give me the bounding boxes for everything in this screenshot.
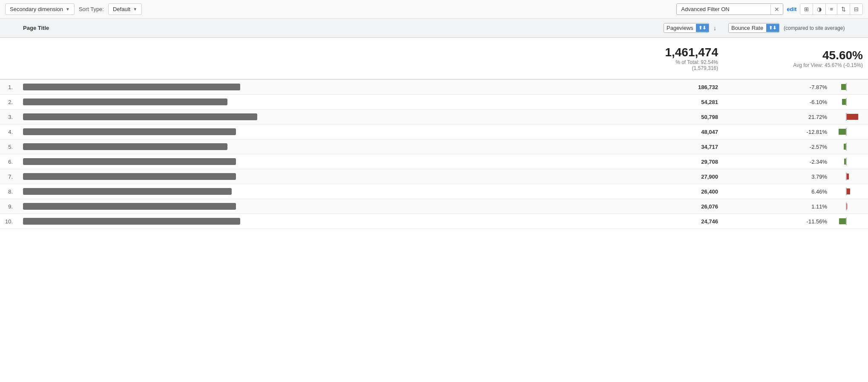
page-title-link[interactable] xyxy=(23,158,236,165)
pageviews-value: 48,047 xyxy=(647,124,723,139)
page-title-cell-0 xyxy=(18,79,647,95)
summary-sub: % of Total: 92.54% (1,579,316) xyxy=(652,59,718,71)
pageviews-select[interactable]: Pageviews xyxy=(664,23,696,32)
pageviews-value: 26,400 xyxy=(647,184,723,199)
table-row: 10.24,746-11.56% xyxy=(0,214,868,229)
bounce-rate-cell: 1.11% xyxy=(723,199,868,214)
edit-link[interactable]: edit xyxy=(787,6,796,12)
table-row: 5.34,717-2.57% xyxy=(0,139,868,154)
bounce-pct-value: -6.10% xyxy=(804,99,827,105)
data-table: Page Title Pageviews ⬆⬇ ↓ xyxy=(0,19,868,229)
bounce-pct-value: 21.72% xyxy=(804,114,827,120)
bounce-pct-value: 6.46% xyxy=(804,188,827,195)
bounce-rate-cell: -2.34% xyxy=(723,154,868,169)
bar-divider xyxy=(846,173,847,180)
negative-bar xyxy=(839,218,846,224)
bounce-select-arrow-icon: ⬆⬇ xyxy=(766,24,779,32)
bar-divider xyxy=(846,158,847,165)
chevron-down-icon-2: ▼ xyxy=(133,7,137,12)
table-row: 3.50,79821.72% xyxy=(0,110,868,124)
bar-wrap xyxy=(829,83,863,91)
page-title-header: Page Title xyxy=(18,19,647,38)
pageviews-value: 34,717 xyxy=(647,139,723,154)
pageviews-value: 24,746 xyxy=(647,214,723,229)
advanced-filter-wrap: ✕ xyxy=(676,3,783,15)
row-number: 6. xyxy=(0,154,18,169)
page-title-cell-7 xyxy=(18,184,647,199)
bar-wrap xyxy=(829,158,863,165)
bounce-select-wrap[interactable]: Bounce Rate ⬆⬇ xyxy=(728,23,779,33)
row-number: 8. xyxy=(0,184,18,199)
advanced-filter-input[interactable] xyxy=(677,4,770,14)
bar-divider xyxy=(846,143,847,150)
bounce-rate-cell: 6.46% xyxy=(723,184,868,199)
pageviews-header: Pageviews ⬆⬇ ↓ xyxy=(647,19,723,38)
pageviews-select-wrap[interactable]: Pageviews ⬆⬇ xyxy=(664,23,709,33)
page-title-link[interactable] xyxy=(23,128,236,135)
view-icon-pie[interactable]: ◑ xyxy=(813,4,826,14)
page-title-cell-4 xyxy=(18,139,647,154)
row-number: 4. xyxy=(0,124,18,139)
pageviews-value: 26,076 xyxy=(647,199,723,214)
view-icons: ⊞ ◑ ≡ ⇅ ⊟ xyxy=(800,3,863,15)
summary-bounce-pct: 45.60% xyxy=(728,49,863,62)
bounce-rate-select[interactable]: Bounce Rate xyxy=(729,23,766,32)
bar-wrap xyxy=(829,188,863,195)
bar-wrap xyxy=(829,98,863,106)
view-icon-table[interactable]: ⊞ xyxy=(800,4,813,14)
summary-total: 1,461,474 xyxy=(652,46,718,59)
bar-wrap xyxy=(829,173,863,180)
table-header-row: Page Title Pageviews ⬆⬇ ↓ xyxy=(0,19,868,38)
pageviews-value: 186,732 xyxy=(647,79,723,95)
data-table-wrap: Page Title Pageviews ⬆⬇ ↓ xyxy=(0,19,868,229)
bounce-rate-cell: 21.72% xyxy=(723,110,868,124)
row-number: 2. xyxy=(0,95,18,110)
view-icon-pivot[interactable]: ⊟ xyxy=(850,4,862,14)
page-title-link[interactable] xyxy=(23,173,236,180)
summary-pageviews-cell: 1,461,474 % of Total: 92.54% (1,579,316) xyxy=(647,38,723,79)
sort-type-btn[interactable]: Default ▼ xyxy=(108,3,142,15)
table-row: 1.186,732-7.87% xyxy=(0,79,868,95)
secondary-dimension-btn[interactable]: Secondary dimension ▼ xyxy=(5,3,75,15)
negative-bar xyxy=(842,99,846,105)
row-number: 9. xyxy=(0,199,18,214)
page-title-link[interactable] xyxy=(23,188,232,195)
bounce-pct-value: -12.81% xyxy=(804,129,827,135)
bar-divider xyxy=(846,188,847,195)
bounce-pct-value: -2.57% xyxy=(804,144,827,150)
bounce-pct-value: -11.56% xyxy=(804,218,827,225)
bar-wrap xyxy=(829,203,863,210)
table-row: 2.54,281-6.10% xyxy=(0,95,868,110)
page-title-link[interactable] xyxy=(23,113,257,120)
bounce-rate-cell: -11.56% xyxy=(723,214,868,229)
view-icon-compare[interactable]: ⇅ xyxy=(837,4,850,14)
summary-empty xyxy=(0,38,647,79)
bounce-pct-value: -7.87% xyxy=(804,84,827,90)
bar-divider xyxy=(846,98,847,106)
page-title-link[interactable] xyxy=(23,143,227,150)
bounce-pct-value: 3.79% xyxy=(804,174,827,180)
filter-clear-button[interactable]: ✕ xyxy=(770,4,783,14)
bounce-rate-cell: -7.87% xyxy=(723,79,868,95)
page-title-cell-6 xyxy=(18,169,647,184)
page-title-link[interactable] xyxy=(23,218,240,225)
summary-bounce-cell: 45.60% Avg for View: 45.67% (-0.15%) xyxy=(723,38,868,79)
view-icon-list[interactable]: ≡ xyxy=(826,4,837,14)
bounce-pct-value: -2.34% xyxy=(804,159,827,165)
table-row: 4.48,047-12.81% xyxy=(0,124,868,139)
chevron-down-icon: ▼ xyxy=(66,7,70,12)
pageviews-value: 27,900 xyxy=(647,169,723,184)
sort-arrow-icon: ↓ xyxy=(712,25,718,32)
page-title-link[interactable] xyxy=(23,84,240,90)
bar-wrap xyxy=(829,143,863,150)
bounce-rate-cell: -12.81% xyxy=(723,124,868,139)
page-title-link[interactable] xyxy=(23,203,236,210)
toolbar-right: ✕ edit ⊞ ◑ ≡ ⇅ ⊟ xyxy=(676,3,863,15)
page-title-link[interactable] xyxy=(23,98,227,105)
table-row: 6.29,708-2.34% xyxy=(0,154,868,169)
toolbar-left: Secondary dimension ▼ Sort Type: Default… xyxy=(5,3,672,15)
summary-row: 1,461,474 % of Total: 92.54% (1,579,316)… xyxy=(0,38,868,79)
bounce-rate-header: Bounce Rate ⬆⬇ (compared to site average… xyxy=(723,19,868,38)
page-title-cell-9 xyxy=(18,214,647,229)
summary-bounce-avg: Avg for View: 45.67% (-0.15%) xyxy=(728,62,863,68)
